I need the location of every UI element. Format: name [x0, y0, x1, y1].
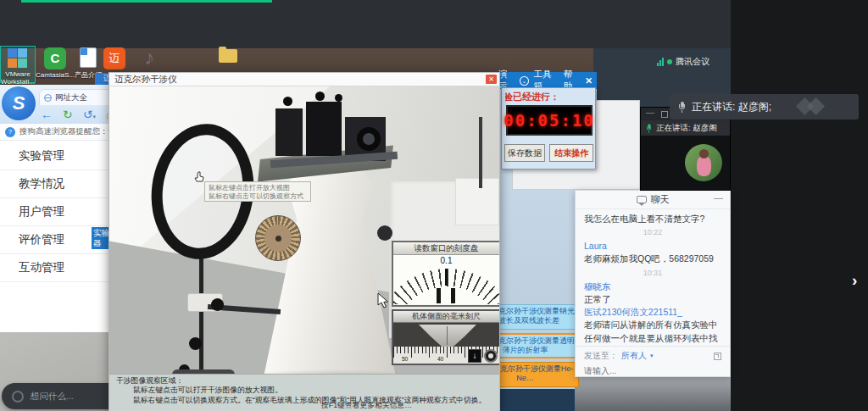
chat-panel: 聊天 — 我怎么在电脑上看不清楚文字? 10:22 Laura 老师麻烦加我QQ… — [575, 190, 731, 377]
sidebar-collapse-chevron[interactable]: › — [852, 271, 857, 290]
popout-icon[interactable] — [714, 353, 721, 360]
ruler-readout-panel: 机体侧面的毫米刻尺 50 40 30 ↓ — [392, 309, 499, 365]
screen-share-border — [21, 0, 272, 3]
send-to-select[interactable]: 所有人 — [621, 350, 647, 362]
adjust-knob[interactable] — [315, 92, 325, 101]
speaking-overlay: 正在讲话: 赵彦阁; — [670, 94, 859, 119]
browser-tab[interactable]: 网址大全 — [39, 89, 114, 105]
back-button[interactable]: ← — [41, 108, 53, 121]
tooltip-line: 鼠标左键点击打开放大视图 — [209, 184, 307, 192]
participants-sidebar: 赵彦阁的屏幕共享 何巍巍 — [731, 0, 868, 411]
undo-button[interactable]: ↺▾ — [83, 108, 96, 121]
search-icon — [12, 391, 24, 403]
minimize-icon[interactable]: — — [646, 108, 654, 117]
adjust-knob[interactable] — [283, 97, 292, 106]
chat-message-text: 老师请问从讲解的所有仿真实验中任何做一个就是要从循环列表中找 — [584, 319, 721, 344]
ruler-number: 50 — [402, 356, 408, 362]
ruler-pointer — [419, 325, 476, 347]
stand-rod — [479, 117, 482, 188]
chat-messages: 我怎么在电脑上看不清楚文字? 10:22 Laura 老师麻烦加我QQ吧，568… — [576, 209, 730, 345]
dial-readout-panel: 读数窗口的刻度盘 0.1 — [392, 241, 499, 307]
save-data-button[interactable]: 保存数据 — [504, 144, 545, 162]
avatar — [685, 144, 722, 181]
chevron-down-icon[interactable]: ▾ — [650, 353, 654, 359]
dial-pointer — [445, 269, 448, 286]
magnifier-rod — [199, 253, 203, 381]
chat-timestamp: 10:22 — [584, 227, 721, 238]
mic-icon — [678, 102, 686, 113]
chat-sender: Laura — [584, 240, 721, 253]
chat-message-text: 我怎么在电脑上看不清楚文字? — [584, 213, 721, 225]
chat-title: 聊天 — [651, 193, 670, 206]
chat-sender: 穆晓东 — [584, 280, 721, 293]
instruction-line: 鼠标左键点击可以打开干涉图像的放大视图。 — [116, 386, 492, 395]
meeting-indicator: 腾讯会议 — [657, 56, 709, 68]
adjust-knob[interactable] — [335, 94, 342, 102]
clamp-knob[interactable] — [189, 337, 202, 350]
wall-box — [455, 178, 499, 225]
shared-desktop: VMware Workstati... C CamtasiaS... 产品介绍 … — [0, 0, 868, 411]
timer-label: 实验已经进行： — [505, 91, 593, 103]
instruction-panel: 干涉图像观察区域： 鼠标左键点击可以打开干涉图像的放大视图。 鼠标右键点击可以切… — [109, 374, 499, 411]
dial-value: 0.1 — [393, 256, 499, 265]
lens-icon[interactable] — [357, 127, 381, 151]
chat-bubble-icon — [637, 196, 647, 203]
mirror-mount-center[interactable] — [306, 102, 342, 156]
desktop-icon-camtasia[interactable]: C CamtasiaS... — [37, 47, 73, 83]
hand-cursor-icon — [194, 171, 205, 183]
chat-sender: 医试2130何浩文221511_ — [584, 306, 721, 319]
dial-title: 读数窗口的刻度盘 — [393, 242, 499, 255]
knurled-wheel[interactable] — [255, 215, 301, 261]
refresh-button[interactable]: ↻ — [63, 108, 73, 121]
target-button[interactable] — [484, 349, 498, 363]
sogou-logo[interactable]: S — [2, 86, 36, 120]
tab-label: 网址大全 — [55, 92, 87, 103]
speaking-overlay-text: 正在讲话: 赵彦阁; — [692, 100, 771, 114]
sim-window: 迈克尔孙干涉仪 ✕ — [108, 72, 500, 411]
dark-knob[interactable] — [377, 225, 392, 241]
info-icon: ? — [5, 127, 15, 137]
restore-icon[interactable] — [661, 111, 668, 118]
chat-input[interactable] — [584, 366, 711, 375]
chat-message-text: 老师麻烦加我QQ吧，568297059 — [584, 253, 721, 265]
signal-icon — [657, 58, 664, 66]
mic-on-icon — [646, 124, 652, 132]
folder-icon[interactable] — [219, 49, 237, 63]
instruction-more: 按F1键查看更多相关信息… — [321, 401, 412, 410]
ruler-title: 机体侧面的毫米刻尺 — [393, 311, 499, 323]
chat-timestamp: 10:31 — [584, 268, 721, 279]
vmware-icon — [8, 48, 17, 58]
mini-video-area[interactable] — [641, 136, 730, 190]
tooltip: 鼠标左键点击打开放大视图 鼠标右键点击可以切换观察方式 — [204, 181, 311, 202]
send-to-label: 发送至： — [584, 350, 618, 362]
sim-app-icon: 迈 — [103, 47, 125, 69]
chat-footer: 发送至： 所有人 ▾ — [576, 346, 730, 376]
background-strip — [575, 377, 731, 411]
mouse-cursor — [376, 292, 390, 309]
speaking-text: 正在讲话: 赵彦阁 — [656, 123, 717, 134]
timer-value: 00:05:10 — [504, 111, 595, 130]
chevron-down-icon[interactable]: ⌄ — [520, 76, 528, 86]
camtasia-icon: C — [44, 47, 66, 69]
sim-3d-scene[interactable]: 鼠标左键点击打开放大视图 鼠标右键点击可以切换观察方式 读数窗口的刻度盘 0.1… — [109, 86, 499, 411]
lab-menu-bar: 演示 ⌄ 工具箱 帮助 ✕ — [494, 72, 597, 89]
meeting-indicator-label: 腾讯会议 — [676, 56, 709, 68]
close-icon[interactable]: ✕ — [486, 75, 497, 84]
document-icon — [80, 47, 97, 68]
sim-titlebar[interactable]: 迈克尔孙干涉仪 ✕ — [109, 73, 499, 86]
end-operation-button[interactable]: 结束操作 — [549, 144, 593, 162]
tooltip-line: 鼠标右键点击可以切换观察方式 — [209, 192, 307, 201]
mirror-mount-left[interactable] — [275, 108, 303, 156]
ruler-number: 40 — [437, 356, 443, 362]
chat-message-text: 正常了 — [584, 293, 721, 306]
speaking-bar: 正在讲话: 赵彦阁 — [641, 120, 730, 136]
instruction-heading: 干涉图像观察区域： — [116, 376, 492, 386]
sim-window-title: 迈克尔孙干涉仪 — [114, 74, 177, 86]
clamp-knob[interactable] — [211, 298, 224, 311]
close-icon[interactable]: ✕ — [585, 75, 593, 86]
music-note-icon[interactable]: ♪ — [144, 46, 154, 69]
scroll-down-button[interactable]: ↓ — [468, 349, 481, 363]
chat-header[interactable]: 聊天 — — [576, 191, 730, 209]
minimize-icon[interactable]: — — [714, 192, 723, 203]
search-placeholder: 想问什么... — [31, 391, 74, 403]
